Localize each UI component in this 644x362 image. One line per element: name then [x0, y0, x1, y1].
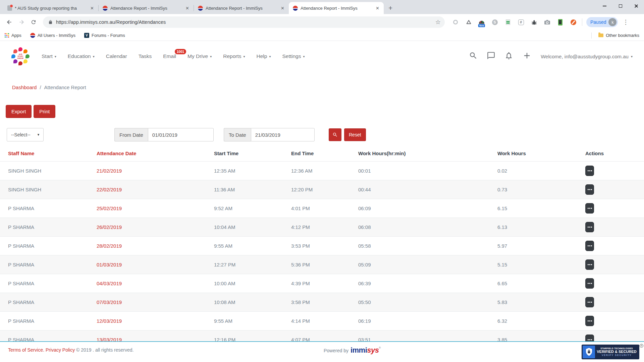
chevron-down-icon: ▾: [55, 55, 56, 58]
from-date-input[interactable]: [148, 128, 214, 141]
menu-help[interactable]: Help▾: [257, 53, 271, 59]
attendance-date-link[interactable]: 25/02/2019: [94, 199, 211, 218]
end-time-cell: 4:39 PM: [288, 274, 356, 293]
extension-mobile-icon[interactable]: [557, 18, 564, 26]
attendance-date-link[interactable]: 12/03/2019: [94, 312, 211, 330]
browser-tab-2[interactable]: Attendance Report - ImmiSys ✕: [99, 2, 194, 14]
reset-button[interactable]: Reset: [344, 128, 366, 141]
new-tab-button[interactable]: +: [388, 4, 392, 11]
window-close-button[interactable]: [628, 0, 644, 12]
menu-start[interactable]: Start▾: [42, 53, 56, 59]
extension-recycle-icon[interactable]: [465, 18, 472, 26]
browser-menu-button[interactable]: ⋮: [623, 18, 629, 26]
attendance-date-link[interactable]: 01/03/2019: [94, 255, 211, 274]
end-time-cell: 12:20 PM: [288, 180, 356, 199]
attendance-date-link[interactable]: 22/02/2019: [94, 180, 211, 199]
table-header-row: Staff Name Attendance Date Start Time En…: [0, 145, 644, 162]
app-notifications-button[interactable]: [504, 51, 513, 61]
header-attendance-date[interactable]: Attendance Date: [94, 145, 211, 162]
search-icon: [332, 132, 338, 137]
tab-close-icon[interactable]: ✕: [375, 6, 380, 11]
work-hours-hrmin-cell: 06:08: [356, 218, 495, 237]
forward-button[interactable]: [17, 17, 26, 27]
menu-reports[interactable]: Reports▾: [223, 53, 245, 59]
attendance-date-link[interactable]: 26/02/2019: [94, 218, 211, 237]
menu-my-drive[interactable]: My Drive▾: [187, 53, 212, 59]
profile-avatar[interactable]: k: [608, 18, 616, 26]
bookmark-star-icon[interactable]: ☆: [435, 18, 441, 26]
tab-close-icon[interactable]: ✕: [184, 6, 190, 11]
privacy-policy-link[interactable]: Privacy Policy: [46, 347, 75, 353]
bookmark-apps[interactable]: Apps: [5, 33, 21, 38]
tab-close-icon[interactable]: ✕: [280, 6, 285, 11]
app-messages-button[interactable]: [487, 51, 495, 61]
extension-spreadsheet-icon[interactable]: [504, 18, 511, 26]
url-text[interactable]: https://app.immisys.com.au/Reporting/Att…: [56, 19, 435, 25]
menu-education[interactable]: Education▾: [68, 53, 95, 59]
row-actions-button[interactable]: [585, 203, 594, 214]
menu-tasks[interactable]: Tasks: [139, 53, 152, 59]
row-actions-button[interactable]: [585, 222, 594, 232]
row-actions-button[interactable]: [585, 259, 594, 270]
extension-circle-icon[interactable]: [452, 18, 459, 26]
back-button[interactable]: [5, 17, 14, 27]
menu-calendar[interactable]: Calendar: [106, 53, 127, 59]
terms-of-service-link[interactable]: Terms of Service.: [8, 347, 44, 353]
attendance-date-link[interactable]: 07/03/2019: [94, 293, 211, 312]
table-row: SINGH SINGH22/02/201911:36 AM12:20 PM00:…: [0, 180, 644, 199]
row-actions-button[interactable]: [585, 297, 594, 307]
tab-close-icon[interactable]: ✕: [89, 6, 95, 11]
address-bar[interactable]: https://app.immisys.com.au/Reporting/Att…: [43, 16, 445, 28]
print-button[interactable]: Print: [34, 105, 55, 118]
reload-button[interactable]: [29, 17, 38, 27]
menu-settings[interactable]: Settings▾: [282, 53, 305, 59]
aus-study-group-logo[interactable]: AUS STUDY GROUP: [11, 47, 30, 65]
row-actions-button[interactable]: [585, 278, 594, 289]
to-date-input[interactable]: [251, 128, 315, 141]
sync-paused-chip[interactable]: Paused k: [586, 17, 618, 27]
extension-skype-icon[interactable]: S: [491, 18, 498, 26]
other-bookmarks-button[interactable]: Other bookmarks: [598, 33, 639, 38]
export-button[interactable]: Export: [6, 105, 32, 118]
row-actions-button[interactable]: [585, 241, 594, 251]
browser-tab-1[interactable]: * AUS Study group reporting tha ✕: [3, 2, 98, 14]
camera-icon: [544, 19, 550, 25]
extension-bug-icon[interactable]: [531, 18, 537, 26]
actions-cell: [579, 180, 644, 199]
attendance-date-link[interactable]: 28/02/2019: [94, 237, 211, 255]
extension-speedtest-icon[interactable]: New: [478, 18, 485, 26]
end-time-cell: 3:53 PM: [288, 237, 356, 255]
browser-toolbar: https://app.immisys.com.au/Reporting/Att…: [0, 14, 644, 30]
app-add-button[interactable]: [522, 51, 532, 62]
starfield-security-seal[interactable]: STARFIELD TECHNOLOGIES VERIFIED & SECURE…: [582, 345, 639, 359]
extension-grid-icon[interactable]: #: [518, 18, 524, 26]
lock-icon: [48, 19, 53, 25]
browser-tab-3[interactable]: Attendance Report - ImmiSys ✕: [194, 2, 289, 14]
app-navbar: AUS STUDY GROUP Start▾ Education▾ Calend…: [0, 41, 644, 72]
window-minimize-button[interactable]: [597, 0, 612, 12]
seal-registered-mark: ®: [640, 344, 643, 348]
bookmark-forums[interactable]: V Forums - Forums: [84, 33, 125, 38]
row-actions-button[interactable]: [585, 316, 594, 326]
attendance-date-link[interactable]: 04/03/2019: [94, 274, 211, 293]
immisys-logo[interactable]: immisys®: [351, 347, 381, 354]
search-button[interactable]: [329, 128, 341, 141]
actions-cell: [579, 162, 644, 180]
extension-camera-icon[interactable]: [544, 18, 550, 26]
bookmark-all-users[interactable]: All Users - ImmiSys: [30, 33, 75, 38]
header-staff-name[interactable]: Staff Name: [0, 145, 94, 162]
browser-tab-4-active[interactable]: Attendance Report - ImmiSys ✕: [289, 2, 384, 14]
menu-email[interactable]: Email1001: [163, 53, 176, 59]
app-search-button[interactable]: [469, 51, 478, 61]
copyright-text: © 2019 . all rights reserved.: [76, 347, 133, 353]
row-actions-button[interactable]: [585, 166, 594, 176]
window-maximize-button[interactable]: [612, 0, 628, 12]
row-actions-button[interactable]: [585, 184, 594, 195]
breadcrumb-dashboard-link[interactable]: Dashboard: [12, 84, 37, 90]
work-hours-cell: 5.97: [495, 237, 579, 255]
staff-select-dropdown[interactable]: --Select-- ▼: [7, 128, 44, 141]
actions-cell: [579, 274, 644, 293]
account-menu[interactable]: Welcome, info@ausstudygroup.com.au ▾: [541, 54, 633, 59]
extension-pencil-icon[interactable]: [570, 18, 577, 26]
attendance-date-link[interactable]: 21/02/2019: [94, 162, 211, 180]
